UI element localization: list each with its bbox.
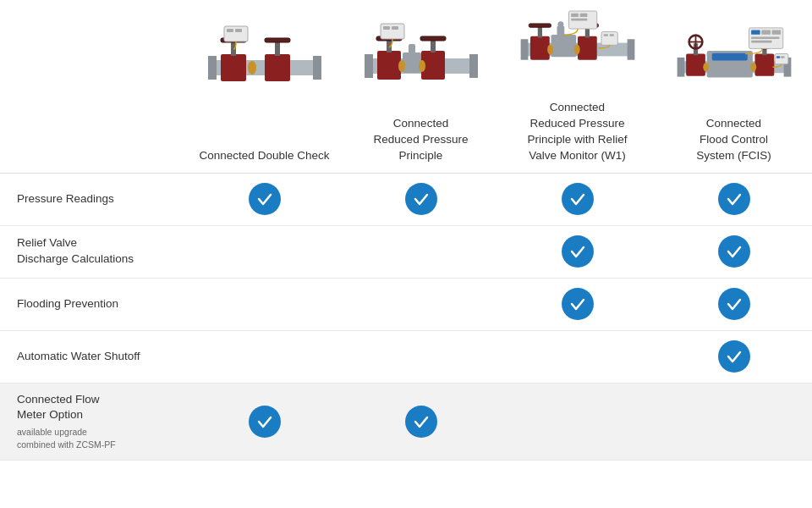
svg-point-66 [750, 63, 756, 72]
cell-pr-w1 [499, 174, 656, 224]
flow-meter-sub-label: available upgradecombined with ZCSM-PF [17, 426, 173, 450]
feature-label-auto-shutoff: Automatic Water Shutoff [0, 340, 186, 373]
check-icon [718, 183, 750, 215]
svg-rect-3 [221, 54, 246, 81]
svg-rect-15 [469, 54, 478, 78]
cell-pr-rp [343, 174, 499, 224]
cell-fm-fcis [656, 413, 812, 430]
svg-rect-39 [557, 26, 564, 36]
row-flow-meter: Connected FlowMeter Option available upg… [0, 384, 812, 461]
check-icon [562, 235, 594, 268]
row-pressure-readings: Pressure Readings [0, 174, 812, 226]
product-name-double-check: Connected Double Check [200, 118, 330, 164]
cell-fp-dc [186, 295, 343, 312]
row-auto-shutoff: Automatic Water Shutoff [0, 331, 812, 384]
svg-rect-30 [520, 39, 528, 60]
svg-rect-10 [227, 29, 233, 32]
svg-rect-44 [571, 14, 579, 17]
svg-rect-26 [381, 24, 404, 39]
cell-fm-w1 [499, 413, 656, 430]
svg-rect-51 [677, 58, 684, 77]
svg-rect-33 [578, 36, 597, 60]
product-col-rp-w1: ConnectedReduced PressurePrinciple with … [499, 0, 656, 164]
check-icon [249, 406, 281, 438]
svg-rect-2 [313, 56, 321, 80]
svg-rect-14 [365, 54, 373, 78]
svg-rect-27 [383, 26, 390, 30]
cell-rv-fcis [656, 227, 812, 276]
feature-label-flow-meter: Connected FlowMeter Option available upg… [0, 384, 186, 460]
svg-rect-53 [686, 53, 705, 75]
svg-rect-23 [409, 44, 415, 54]
product-col-double-check: Connected Double Check [186, 18, 343, 164]
product-image-rp-w1 [503, 0, 651, 93]
svg-point-41 [547, 44, 553, 54]
svg-rect-69 [761, 30, 771, 34]
svg-rect-21 [420, 36, 446, 41]
product-image-fcis [660, 16, 808, 109]
svg-rect-32 [530, 36, 550, 60]
svg-rect-8 [265, 38, 290, 42]
header-row: Connected Double Check [0, 0, 812, 174]
check-icon [405, 183, 437, 215]
svg-rect-48 [603, 34, 607, 36]
cell-as-w1 [499, 348, 656, 365]
svg-point-25 [419, 60, 425, 72]
product-image-reduced-pressure [347, 16, 495, 109]
svg-rect-28 [392, 26, 398, 30]
product-name-rp-w1: ConnectedReduced PressurePrinciple with … [528, 100, 628, 164]
check-icon [562, 288, 594, 320]
svg-point-65 [703, 63, 709, 72]
svg-rect-73 [775, 53, 788, 64]
product-name-fcis: ConnectedFlood ControlSystem (FCIS) [696, 116, 771, 164]
cell-pr-fcis [656, 174, 812, 224]
svg-rect-45 [579, 14, 587, 17]
cell-rv-w1 [499, 227, 656, 276]
check-icon [405, 406, 437, 438]
svg-rect-31 [627, 39, 634, 60]
svg-point-40 [557, 21, 563, 27]
cell-fp-fcis [656, 279, 812, 329]
cell-fp-w1 [499, 279, 656, 329]
svg-rect-64 [711, 53, 747, 61]
svg-point-12 [248, 61, 256, 75]
check-icon [249, 183, 281, 215]
check-icon [718, 288, 750, 320]
svg-rect-16 [377, 51, 401, 80]
cell-fm-dc [186, 397, 343, 446]
product-image-double-check [190, 18, 338, 111]
check-icon [718, 340, 750, 373]
svg-rect-68 [751, 30, 760, 34]
cell-fm-rp [343, 397, 499, 446]
feature-label-pressure-readings: Pressure Readings [0, 183, 186, 216]
svg-rect-1 [208, 56, 217, 80]
svg-point-42 [573, 44, 579, 54]
data-rows: Pressure Readings [0, 174, 812, 508]
feature-label-flooding-prevention: Flooding Prevention [0, 288, 186, 321]
svg-rect-72 [751, 41, 772, 43]
product-col-reduced-pressure: ConnectedReduced PressurePrinciple [343, 16, 499, 164]
cell-rv-dc [186, 243, 343, 260]
svg-rect-71 [751, 36, 779, 39]
svg-rect-35 [529, 24, 551, 27]
product-name-reduced-pressure: ConnectedReduced PressurePrinciple [374, 116, 469, 164]
svg-rect-70 [771, 30, 781, 34]
svg-rect-11 [235, 29, 242, 32]
row-relief-valve: Relief ValveDischarge Calculations [0, 226, 812, 279]
cell-as-rp [343, 348, 499, 365]
cell-pr-dc [186, 174, 343, 224]
product-col-fcis: ConnectedFlood ControlSystem (FCIS) [656, 16, 812, 164]
svg-rect-58 [754, 53, 774, 75]
check-icon [562, 183, 594, 215]
svg-rect-7 [275, 41, 280, 56]
svg-rect-9 [224, 26, 248, 41]
svg-rect-4 [265, 54, 290, 81]
check-icon [718, 235, 750, 268]
svg-rect-75 [781, 56, 784, 58]
cell-as-dc [186, 348, 343, 365]
row-flooding-prevention: Flooding Prevention [0, 279, 812, 331]
svg-rect-22 [403, 52, 421, 73]
svg-rect-47 [601, 32, 617, 46]
comparison-table: Connected Double Check [0, 0, 812, 508]
svg-rect-46 [571, 19, 587, 21]
